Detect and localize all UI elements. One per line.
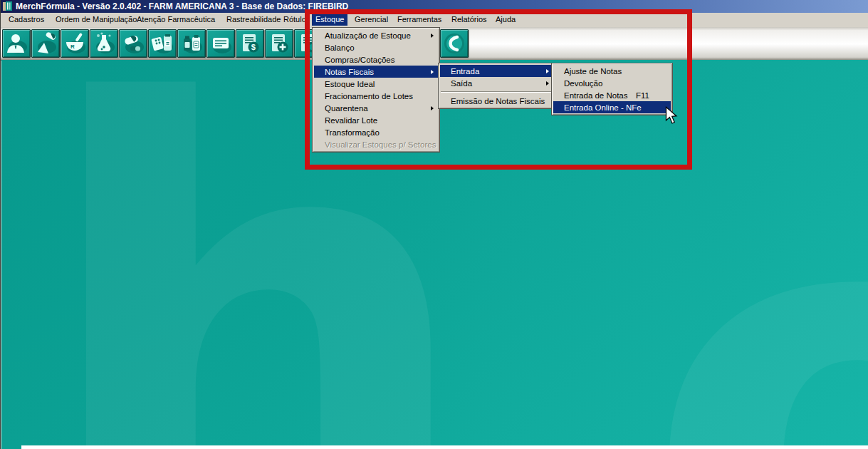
watermark-letter-o: o <box>642 103 868 449</box>
menu-item-label: Atualização de Estoque <box>325 31 411 40</box>
toolbar-button-invoice-dollar[interactable]: $ <box>236 29 264 58</box>
menu-item-shortcut: F11 <box>636 91 649 100</box>
menubar-item-relatorios[interactable]: Relatórios <box>448 14 491 26</box>
flask-molecule-icon <box>92 31 116 56</box>
label-card-icon <box>209 31 233 56</box>
menubar-item-estoque[interactable]: Estoque <box>312 14 347 26</box>
app-window: MerchFórmula - Versão 2.0.402 - FARM AME… <box>0 0 868 449</box>
submenu-arrow-icon <box>431 33 434 38</box>
invoice-add-icon <box>267 31 291 56</box>
menu-item-label: Saída <box>451 79 472 88</box>
menu-item-entrada-online-nfe[interactable]: Entrada Online - NFe <box>553 101 671 113</box>
menu-item-label: Quarentena <box>325 104 368 113</box>
menu-item-saida[interactable]: Saída <box>440 77 553 89</box>
mortar-pestle-icon: R <box>63 31 87 56</box>
menubar-item-ordem-de-manipulacao[interactable]: Ordem de Manipulação <box>52 14 140 26</box>
menu-item-label: Devolução <box>564 79 602 88</box>
menu-item-label: Entrada Online - NFe <box>564 103 642 112</box>
menubar-item-gerencial[interactable]: Gerencial <box>351 14 392 26</box>
menu-item-visualizar-estoques-p-setores: Visualizar Estoques p/ Setores <box>314 138 438 150</box>
menu-item-label: Entrada de Notas <box>564 91 628 100</box>
menu-item-entrada[interactable]: Entrada <box>440 65 553 77</box>
capsules-icon <box>121 31 145 56</box>
blister-pack-icon <box>150 31 174 56</box>
invoice-dollar-icon: $ <box>238 31 262 56</box>
menu-item-label: Fracionamento de Lotes <box>325 92 413 100</box>
svg-text:$: $ <box>251 43 256 51</box>
submenu-arrow-icon <box>431 70 434 74</box>
menu-item-label: Compras/Cotações <box>325 56 394 64</box>
title-bar: MerchFórmula - Versão 2.0.402 - FARM AME… <box>1 0 868 13</box>
toolbar-button-phone[interactable] <box>440 29 469 58</box>
menu-item-label: Balanço <box>325 43 355 52</box>
menu-item-estoque-ideal[interactable]: Estoque Ideal <box>314 78 438 90</box>
menu-item-label: Revalidar Lote <box>325 116 377 125</box>
menu-item-emissao-de-notas-fiscais[interactable]: Emissão de Notas Fiscais <box>440 95 553 107</box>
window-title: MerchFórmula - Versão 2.0.402 - FARM AME… <box>16 1 348 11</box>
toolbar-button-flask-molecule[interactable] <box>90 29 118 58</box>
estoque-menu-panel: Atualização de EstoqueBalançoCompras/Cot… <box>312 27 440 153</box>
menu-item-devolucao[interactable]: Devolução <box>553 77 671 89</box>
menu-item-entrada-de-notas[interactable]: Entrada de NotasF11 <box>553 89 671 101</box>
capsule-pour-icon <box>33 31 58 56</box>
menu-item-transformacao[interactable]: Transformação <box>314 126 438 138</box>
menu-item-revalidar-lote[interactable]: Revalidar Lote <box>314 114 438 126</box>
menu-item-label: Notas Fiscais <box>325 68 374 76</box>
menu-item-label: Ajuste de Notas <box>564 67 622 76</box>
submenu-arrow-icon <box>546 81 549 86</box>
menu-item-label: Entrada <box>451 67 479 76</box>
menu-separator <box>441 91 553 93</box>
submenu-arrow-icon <box>431 106 434 110</box>
menubar-item-ferramentas[interactable]: Ferramentas <box>394 14 445 26</box>
toolbar-button-capsule-pour[interactable] <box>31 29 60 58</box>
menu-item-atualizacao-de-estoque[interactable]: Atualização de Estoque <box>314 29 438 41</box>
menubar-item-atencao-farmaceutica[interactable]: Atenção Farmacêutica <box>133 14 219 26</box>
menu-item-notas-fiscais[interactable]: Notas Fiscais <box>314 66 438 78</box>
submenu-arrow-icon <box>546 69 549 73</box>
toolbar-button-mortar-pestle[interactable]: R <box>61 29 89 58</box>
menu-item-label: Estoque Ideal <box>325 80 375 88</box>
phone-icon <box>442 31 466 56</box>
notas-fiscais-submenu-panel: EntradaSaídaEmissão de Notas Fiscais <box>438 63 555 109</box>
user-icon <box>4 31 28 56</box>
menu-item-fracionamento-de-lotes[interactable]: Fracionamento de Lotes <box>314 90 438 102</box>
menu-item-compras-cotacoes[interactable]: Compras/Cotações <box>314 53 438 66</box>
toolbar-button-blister-pack[interactable] <box>148 29 177 58</box>
toolbar-button-user[interactable] <box>2 29 31 58</box>
toolbar-button-label-card[interactable] <box>206 29 235 58</box>
toolbar-button-capsules[interactable] <box>119 29 147 58</box>
menu-item-label: Transformação <box>325 128 380 137</box>
medicine-bottles-icon <box>179 31 204 56</box>
menu-bar: CadastrosOrdem de ManipulaçãoAtenção Far… <box>1 13 868 28</box>
app-logo-icon <box>3 1 13 11</box>
menu-item-label: Visualizar Estoques p/ Setores <box>325 140 436 149</box>
menubar-item-cadastros[interactable]: Cadastros <box>5 14 48 26</box>
svg-text:R: R <box>70 43 75 50</box>
menu-item-quarentena[interactable]: Quarentena <box>314 102 438 114</box>
bottom-strip <box>21 445 868 449</box>
menubar-item-rastreabilidade[interactable]: Rastreabilidade <box>223 14 284 26</box>
toolbar-button-invoice-add[interactable] <box>265 29 293 58</box>
menubar-item-ajuda[interactable]: Ajuda <box>492 14 519 26</box>
toolbar-button-medicine-bottles[interactable] <box>177 29 206 58</box>
menubar-item-rotulos[interactable]: Rótulos <box>280 14 313 26</box>
menu-item-balanco[interactable]: Balanço <box>314 41 438 53</box>
menu-item-ajuste-de-notas[interactable]: Ajuste de Notas <box>553 65 671 77</box>
menu-item-label: Emissão de Notas Fiscais <box>451 97 545 105</box>
entrada-submenu-panel: Ajuste de NotasDevoluçãoEntrada de Notas… <box>551 63 673 115</box>
